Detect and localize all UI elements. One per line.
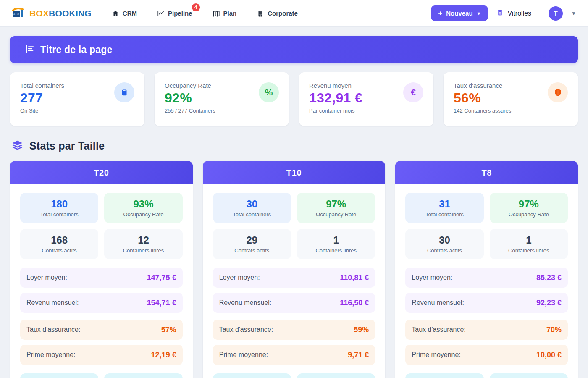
mini-value: 168 (51, 234, 68, 246)
stat-row-value: 92,23 € (536, 299, 562, 307)
mini-stat-grid: 180 Total containers 93% Occupancy Rate … (20, 193, 183, 259)
mini-value: 1 (333, 234, 339, 246)
nav-item-plan[interactable]: Plan (213, 0, 237, 27)
stat-row-value: 110,81 € (340, 273, 369, 282)
size-card-t10: T10 30 Total containers 97% Occupancy Ra… (203, 161, 386, 378)
size-card-body: 180 Total containers 93% Occupancy Rate … (10, 184, 193, 378)
mini-value: 30 (246, 198, 257, 210)
mini-label: Occupancy Rate (316, 211, 356, 218)
mini-cell-total: 180 Total containers (20, 193, 98, 223)
stat-row-value: 10,00 € (536, 351, 562, 360)
stat-row-label: Revenu mensuel: (412, 299, 464, 307)
stat-row-label: Taux d'assurance: (219, 326, 273, 333)
mini-cell-contracts: 29 Contrats actifs (213, 229, 291, 259)
stat-row-revenu: Revenu mensuel: 92,23 € (405, 293, 568, 313)
building-icon (257, 10, 264, 17)
divider (540, 8, 540, 19)
size-card-title: T10 (203, 161, 386, 184)
mini-cell-occupancy: 93% Occupancy Rate (104, 193, 182, 223)
brand-text-booking: BOOKING (49, 8, 92, 18)
brand-text-box: BOX (29, 8, 49, 18)
avatar[interactable]: T (549, 6, 563, 21)
map-icon (213, 10, 220, 17)
stat-row-loyer: Loyer moyen: 147,75 € (20, 268, 183, 288)
mini-label: Containers libres (123, 247, 164, 254)
stat-row-label: Taux d'assurance: (26, 326, 80, 333)
mini-cell-free: 1 Containers libres (490, 229, 568, 259)
stat-row-loyer: Loyer moyen: 85,23 € (405, 268, 568, 288)
mini-label: Containers libres (315, 247, 357, 254)
stat-row-value: 12,19 € (151, 351, 176, 360)
stat-row-label: Revenu mensuel: (219, 299, 272, 307)
page-title: Titre de la page (40, 44, 113, 55)
stat-row-value: 116,50 € (340, 299, 369, 307)
chart-line-icon (157, 10, 165, 17)
stat-row-value: 147,75 € (147, 273, 176, 282)
brand-logo[interactable]: ABX BOXBOOKING (12, 7, 92, 20)
mini-cell-total: 30 Total containers (213, 193, 291, 223)
mini-label: Contrats actifs (234, 247, 269, 254)
main-nav: CRM Pipeline 4 Plan Corporate (112, 0, 298, 27)
kpi-card-occupancy-rate: Occupancy Rate 92% 255 / 277 Containers … (155, 72, 289, 126)
mini-cell-extra (490, 373, 568, 378)
pipeline-badge: 4 (192, 3, 200, 11)
stat-row-label: Loyer moyen: (412, 274, 452, 281)
page-content: Titre de la page Total containers 277 On… (0, 27, 588, 378)
nav-item-crm[interactable]: CRM (112, 0, 137, 27)
mini-label: Contrats actifs (42, 247, 77, 254)
mini-cell-extra (104, 373, 182, 378)
mini-cell-extra (405, 373, 483, 378)
mini-stat-grid: 31 Total containers 97% Occupancy Rate 3… (405, 193, 568, 259)
stat-row-label: Prime moyenne: (412, 351, 461, 359)
stat-row-value: 9,71 € (348, 351, 369, 360)
stat-row-label: Loyer moyen: (26, 274, 67, 281)
size-card-title: T20 (10, 161, 193, 184)
mini-cell-free: 1 Containers libres (297, 229, 375, 259)
stat-row-value: 85,23 € (536, 273, 562, 282)
site-selector[interactable]: Vitrolles (496, 9, 531, 18)
nav-item-pipeline[interactable]: Pipeline 4 (157, 0, 192, 27)
stat-row-label: Loyer moyen: (219, 274, 260, 281)
nav-item-label: Plan (223, 10, 237, 17)
mini-label: Contrats actifs (427, 247, 462, 254)
stat-row-label: Prime moyenne: (26, 351, 76, 359)
mini-cell-occupancy: 97% Occupancy Rate (297, 193, 375, 223)
extra-stat-grid (213, 373, 375, 378)
page-title-banner: Titre de la page (10, 36, 578, 63)
container-box-icon (114, 82, 134, 102)
layers-icon (12, 139, 23, 152)
bar-chart-icon (25, 44, 35, 55)
stat-row-loyer: Loyer moyen: 110,81 € (213, 268, 375, 288)
mini-label: Total containers (233, 211, 271, 218)
euro-icon: € (403, 82, 423, 102)
mini-value: 180 (51, 198, 68, 210)
mini-value: 29 (246, 234, 257, 246)
kpi-card-taux-assurance: Taux d'assurance 56% 142 Containers assu… (444, 72, 578, 126)
stat-row-value: 70% (546, 326, 562, 334)
mini-label: Occupancy Rate (123, 211, 163, 218)
size-card-body: 30 Total containers 97% Occupancy Rate 2… (203, 184, 386, 378)
kpi-subtext: On Site (20, 108, 134, 114)
kpi-subtext: 255 / 277 Containers (165, 108, 279, 114)
mini-label: Total containers (40, 211, 79, 218)
mini-cell-extra (297, 373, 375, 378)
stat-row-assurance: Taux d'assurance: 70% (405, 320, 568, 340)
new-button-label: Nouveau (446, 10, 472, 17)
stat-rows: Loyer moyen: 147,75 € Revenu mensuel: 15… (20, 268, 183, 365)
chevron-down-icon[interactable]: ▼ (571, 10, 576, 16)
kpi-subtext: Par container mois (309, 108, 423, 114)
stat-row-prime: Prime moyenne: 12,19 € (20, 345, 183, 365)
mini-value: 31 (439, 198, 450, 210)
nav-item-label: CRM (123, 10, 137, 17)
nav-item-label: Pipeline (168, 10, 192, 17)
storage-building-logo-icon: ABX (12, 7, 27, 20)
mini-value: 1 (526, 234, 531, 246)
section-header: Stats par Taille (12, 139, 578, 152)
nav-item-corporate[interactable]: Corporate (257, 0, 298, 27)
nav-item-label: Corporate (268, 10, 298, 17)
extra-stat-grid (405, 373, 568, 378)
new-button[interactable]: + Nouveau ▼ (431, 5, 488, 21)
stat-row-revenu: Revenu mensuel: 154,71 € (20, 293, 183, 313)
stat-row-prime: Prime moyenne: 9,71 € (213, 345, 375, 365)
home-icon (112, 10, 119, 17)
